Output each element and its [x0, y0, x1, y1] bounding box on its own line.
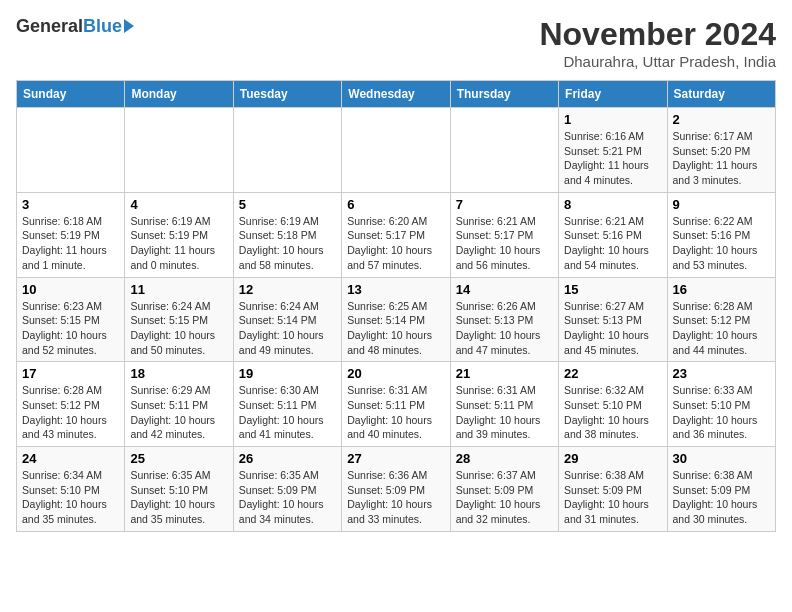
day-number: 27 — [347, 451, 444, 466]
calendar-cell: 20Sunrise: 6:31 AM Sunset: 5:11 PM Dayli… — [342, 362, 450, 447]
day-number: 3 — [22, 197, 119, 212]
day-number: 22 — [564, 366, 661, 381]
day-number: 8 — [564, 197, 661, 212]
calendar-header-row: SundayMondayTuesdayWednesdayThursdayFrid… — [17, 81, 776, 108]
calendar-table: SundayMondayTuesdayWednesdayThursdayFrid… — [16, 80, 776, 532]
week-row-3: 17Sunrise: 6:28 AM Sunset: 5:12 PM Dayli… — [17, 362, 776, 447]
calendar-cell: 12Sunrise: 6:24 AM Sunset: 5:14 PM Dayli… — [233, 277, 341, 362]
day-info: Sunrise: 6:33 AM Sunset: 5:10 PM Dayligh… — [673, 383, 770, 442]
day-info: Sunrise: 6:35 AM Sunset: 5:10 PM Dayligh… — [130, 468, 227, 527]
calendar-cell: 16Sunrise: 6:28 AM Sunset: 5:12 PM Dayli… — [667, 277, 775, 362]
day-info: Sunrise: 6:28 AM Sunset: 5:12 PM Dayligh… — [673, 299, 770, 358]
calendar-cell: 26Sunrise: 6:35 AM Sunset: 5:09 PM Dayli… — [233, 447, 341, 532]
day-info: Sunrise: 6:28 AM Sunset: 5:12 PM Dayligh… — [22, 383, 119, 442]
day-number: 13 — [347, 282, 444, 297]
calendar-cell: 13Sunrise: 6:25 AM Sunset: 5:14 PM Dayli… — [342, 277, 450, 362]
title-section: November 2024 Dhaurahra, Uttar Pradesh, … — [539, 16, 776, 70]
day-info: Sunrise: 6:34 AM Sunset: 5:10 PM Dayligh… — [22, 468, 119, 527]
day-info: Sunrise: 6:35 AM Sunset: 5:09 PM Dayligh… — [239, 468, 336, 527]
calendar-cell: 19Sunrise: 6:30 AM Sunset: 5:11 PM Dayli… — [233, 362, 341, 447]
calendar-cell: 17Sunrise: 6:28 AM Sunset: 5:12 PM Dayli… — [17, 362, 125, 447]
day-number: 9 — [673, 197, 770, 212]
header-monday: Monday — [125, 81, 233, 108]
day-number: 20 — [347, 366, 444, 381]
header-wednesday: Wednesday — [342, 81, 450, 108]
header-sunday: Sunday — [17, 81, 125, 108]
calendar-cell: 14Sunrise: 6:26 AM Sunset: 5:13 PM Dayli… — [450, 277, 558, 362]
week-row-4: 24Sunrise: 6:34 AM Sunset: 5:10 PM Dayli… — [17, 447, 776, 532]
day-info: Sunrise: 6:19 AM Sunset: 5:19 PM Dayligh… — [130, 214, 227, 273]
calendar-cell: 15Sunrise: 6:27 AM Sunset: 5:13 PM Dayli… — [559, 277, 667, 362]
calendar-cell — [233, 108, 341, 193]
day-number: 12 — [239, 282, 336, 297]
calendar-cell: 30Sunrise: 6:38 AM Sunset: 5:09 PM Dayli… — [667, 447, 775, 532]
calendar-cell: 27Sunrise: 6:36 AM Sunset: 5:09 PM Dayli… — [342, 447, 450, 532]
day-info: Sunrise: 6:20 AM Sunset: 5:17 PM Dayligh… — [347, 214, 444, 273]
day-info: Sunrise: 6:16 AM Sunset: 5:21 PM Dayligh… — [564, 129, 661, 188]
logo-arrow-icon — [124, 19, 134, 33]
day-number: 15 — [564, 282, 661, 297]
calendar-cell: 18Sunrise: 6:29 AM Sunset: 5:11 PM Dayli… — [125, 362, 233, 447]
calendar-cell: 25Sunrise: 6:35 AM Sunset: 5:10 PM Dayli… — [125, 447, 233, 532]
week-row-2: 10Sunrise: 6:23 AM Sunset: 5:15 PM Dayli… — [17, 277, 776, 362]
week-row-1: 3Sunrise: 6:18 AM Sunset: 5:19 PM Daylig… — [17, 192, 776, 277]
day-info: Sunrise: 6:23 AM Sunset: 5:15 PM Dayligh… — [22, 299, 119, 358]
day-info: Sunrise: 6:30 AM Sunset: 5:11 PM Dayligh… — [239, 383, 336, 442]
calendar-cell — [450, 108, 558, 193]
calendar-cell: 21Sunrise: 6:31 AM Sunset: 5:11 PM Dayli… — [450, 362, 558, 447]
day-info: Sunrise: 6:24 AM Sunset: 5:14 PM Dayligh… — [239, 299, 336, 358]
day-number: 28 — [456, 451, 553, 466]
day-number: 14 — [456, 282, 553, 297]
day-info: Sunrise: 6:18 AM Sunset: 5:19 PM Dayligh… — [22, 214, 119, 273]
day-number: 2 — [673, 112, 770, 127]
calendar-cell — [17, 108, 125, 193]
day-number: 25 — [130, 451, 227, 466]
calendar-cell: 3Sunrise: 6:18 AM Sunset: 5:19 PM Daylig… — [17, 192, 125, 277]
day-number: 7 — [456, 197, 553, 212]
logo-general: General — [16, 16, 83, 37]
calendar-cell: 6Sunrise: 6:20 AM Sunset: 5:17 PM Daylig… — [342, 192, 450, 277]
day-info: Sunrise: 6:29 AM Sunset: 5:11 PM Dayligh… — [130, 383, 227, 442]
day-info: Sunrise: 6:31 AM Sunset: 5:11 PM Dayligh… — [456, 383, 553, 442]
day-info: Sunrise: 6:21 AM Sunset: 5:16 PM Dayligh… — [564, 214, 661, 273]
day-number: 4 — [130, 197, 227, 212]
day-number: 21 — [456, 366, 553, 381]
calendar-cell: 24Sunrise: 6:34 AM Sunset: 5:10 PM Dayli… — [17, 447, 125, 532]
week-row-0: 1Sunrise: 6:16 AM Sunset: 5:21 PM Daylig… — [17, 108, 776, 193]
calendar-cell: 22Sunrise: 6:32 AM Sunset: 5:10 PM Dayli… — [559, 362, 667, 447]
calendar-cell: 23Sunrise: 6:33 AM Sunset: 5:10 PM Dayli… — [667, 362, 775, 447]
day-info: Sunrise: 6:32 AM Sunset: 5:10 PM Dayligh… — [564, 383, 661, 442]
day-info: Sunrise: 6:22 AM Sunset: 5:16 PM Dayligh… — [673, 214, 770, 273]
day-info: Sunrise: 6:27 AM Sunset: 5:13 PM Dayligh… — [564, 299, 661, 358]
calendar-cell — [125, 108, 233, 193]
day-info: Sunrise: 6:17 AM Sunset: 5:20 PM Dayligh… — [673, 129, 770, 188]
subtitle: Dhaurahra, Uttar Pradesh, India — [539, 53, 776, 70]
day-info: Sunrise: 6:25 AM Sunset: 5:14 PM Dayligh… — [347, 299, 444, 358]
day-info: Sunrise: 6:21 AM Sunset: 5:17 PM Dayligh… — [456, 214, 553, 273]
day-number: 24 — [22, 451, 119, 466]
day-info: Sunrise: 6:31 AM Sunset: 5:11 PM Dayligh… — [347, 383, 444, 442]
calendar-cell: 8Sunrise: 6:21 AM Sunset: 5:16 PM Daylig… — [559, 192, 667, 277]
calendar-cell: 9Sunrise: 6:22 AM Sunset: 5:16 PM Daylig… — [667, 192, 775, 277]
day-number: 26 — [239, 451, 336, 466]
day-info: Sunrise: 6:19 AM Sunset: 5:18 PM Dayligh… — [239, 214, 336, 273]
header-thursday: Thursday — [450, 81, 558, 108]
logo-blue: Blue — [83, 16, 122, 37]
day-number: 23 — [673, 366, 770, 381]
day-number: 19 — [239, 366, 336, 381]
logo: General Blue — [16, 16, 134, 37]
day-number: 30 — [673, 451, 770, 466]
day-info: Sunrise: 6:38 AM Sunset: 5:09 PM Dayligh… — [673, 468, 770, 527]
day-number: 18 — [130, 366, 227, 381]
header-tuesday: Tuesday — [233, 81, 341, 108]
calendar-cell: 5Sunrise: 6:19 AM Sunset: 5:18 PM Daylig… — [233, 192, 341, 277]
calendar-cell: 11Sunrise: 6:24 AM Sunset: 5:15 PM Dayli… — [125, 277, 233, 362]
calendar-cell — [342, 108, 450, 193]
calendar-cell: 29Sunrise: 6:38 AM Sunset: 5:09 PM Dayli… — [559, 447, 667, 532]
day-info: Sunrise: 6:26 AM Sunset: 5:13 PM Dayligh… — [456, 299, 553, 358]
day-info: Sunrise: 6:24 AM Sunset: 5:15 PM Dayligh… — [130, 299, 227, 358]
header-saturday: Saturday — [667, 81, 775, 108]
day-number: 5 — [239, 197, 336, 212]
day-number: 16 — [673, 282, 770, 297]
calendar-cell: 2Sunrise: 6:17 AM Sunset: 5:20 PM Daylig… — [667, 108, 775, 193]
